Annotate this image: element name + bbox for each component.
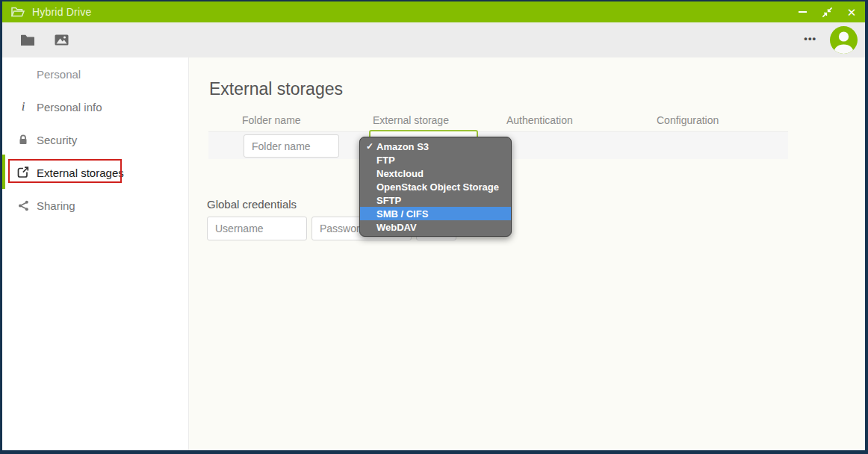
global-credentials-label: Global credentials — [207, 198, 297, 211]
lock-icon — [16, 134, 31, 145]
dropdown-option-webdav[interactable]: WebDAV — [360, 220, 511, 234]
more-options-icon[interactable]: ••• — [804, 33, 816, 47]
dropdown-option-sftp[interactable]: SFTP — [360, 193, 511, 207]
restore-button[interactable] — [821, 6, 833, 18]
sidebar-item-external-storages[interactable]: External storages — [2, 162, 189, 183]
dropdown-option-ftp[interactable]: FTP — [360, 153, 511, 167]
external-link-icon — [16, 167, 31, 178]
folder-open-icon — [11, 7, 25, 17]
sidebar-item-sharing[interactable]: Sharing — [2, 195, 189, 216]
sidebar: Personal i Personal info Security — [2, 57, 189, 450]
page-title: External storages — [209, 79, 343, 99]
user-silhouette-icon — [830, 26, 858, 54]
main-content: External storages Folder name External s… — [189, 57, 865, 450]
close-icon: ✕ — [847, 7, 857, 18]
dropdown-option-amazon-s3[interactable]: ✓ Amazon S3 — [360, 140, 511, 153]
window-title: Hybrid Drive — [32, 6, 91, 18]
sidebar-item-security[interactable]: Security — [2, 129, 189, 150]
column-header-authentication: Authentication — [506, 114, 573, 126]
app-window: Hybrid Drive ✕ ••• — [0, 0, 868, 454]
files-icon[interactable] — [20, 34, 35, 46]
storage-type-dropdown: ✓ Amazon S3 FTP Nextcloud OpenStack Obje… — [359, 137, 512, 237]
active-item-indicator — [2, 155, 5, 189]
toolbar: ••• — [2, 22, 865, 57]
check-icon: ✓ — [366, 142, 376, 151]
share-icon — [16, 200, 31, 211]
dropdown-option-nextcloud[interactable]: Nextcloud — [360, 167, 511, 180]
minimize-button[interactable] — [796, 6, 808, 18]
title-bar: Hybrid Drive ✕ — [2, 1, 865, 22]
sidebar-section-personal: Personal — [37, 68, 81, 81]
column-header-folder-name: Folder name — [242, 114, 301, 126]
folder-name-input[interactable] — [244, 134, 339, 158]
minimize-icon — [799, 11, 807, 13]
global-username-input[interactable] — [207, 217, 307, 240]
info-icon: i — [16, 99, 31, 114]
column-header-external-storage: External storage — [373, 114, 449, 126]
avatar[interactable] — [830, 26, 858, 54]
dropdown-option-smb-cifs[interactable]: SMB / CIFS — [360, 207, 511, 220]
dropdown-option-openstack[interactable]: OpenStack Object Storage — [360, 180, 511, 193]
sidebar-item-personal-info[interactable]: i Personal info — [2, 96, 189, 117]
restore-icon — [822, 7, 833, 18]
column-header-configuration: Configuration — [657, 114, 719, 126]
gallery-icon[interactable] — [55, 34, 69, 46]
close-button[interactable]: ✕ — [846, 6, 858, 18]
